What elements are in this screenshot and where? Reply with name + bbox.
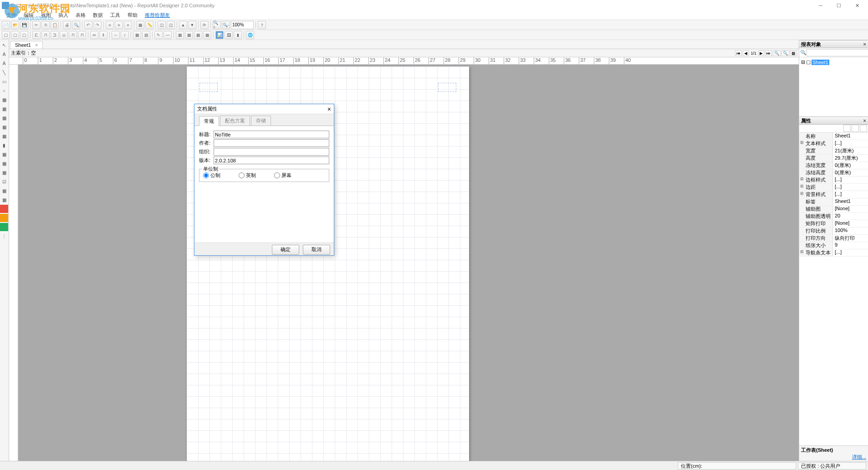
tb2-dist-v[interactable]: ⇕ [99,31,107,39]
tb2-align-m[interactable]: ⊓ [69,31,77,39]
tb2-layout-3[interactable]: ▦ [194,31,202,39]
tool-checkbox-icon[interactable]: ☑ [0,177,8,186]
tool-image-icon[interactable]: ▦ [0,96,8,104]
sheet-tab-close-icon[interactable]: × [35,42,38,48]
tool-rect-icon[interactable]: ▭ [0,77,8,86]
tool-label-icon[interactable]: A [0,59,8,67]
tb2-layout-1[interactable]: ▦ [176,31,184,39]
prop-row[interactable]: 纸张大小9 [799,242,868,249]
tool-color-green[interactable] [0,223,8,231]
detail-link[interactable]: 详细... [852,454,866,460]
tree-search-input[interactable] [807,49,868,56]
input-author[interactable] [214,139,329,147]
canvas[interactable] [18,65,799,461]
prop-value[interactable]: 29.7(厘米) [833,155,868,162]
tb-preview-icon[interactable]: 🔍 [72,21,80,29]
tb-print-icon[interactable]: 🖨 [63,21,71,29]
prop-value[interactable]: 9 [833,242,868,249]
prop-row[interactable]: 辅助图[None] [799,206,868,213]
prop-row[interactable]: 背景样式[...] [799,191,868,198]
tab-palette[interactable]: 配色方案 [220,116,250,126]
prop-value[interactable]: [...] [833,140,868,147]
menu-help[interactable]: 帮助 [128,12,138,19]
menu-data[interactable]: 数据 [93,12,103,19]
tb-align-right-icon[interactable]: ≡ [124,21,132,29]
tool-free-icon[interactable]: ▦ [0,168,8,177]
tb2-btn-1[interactable]: ▢ [2,31,10,39]
nav-fit-icon[interactable]: ▦ [790,51,797,56]
prop-value[interactable]: [...] [833,177,868,183]
prop-row[interactable]: 宽度21(厘米) [799,147,868,155]
tb2-align-l[interactable]: ⊏ [32,31,41,39]
tb-paste-icon[interactable]: 📋 [51,21,59,29]
tool-ole-icon[interactable]: ▦ [0,187,8,195]
objects-close-icon[interactable]: × [863,41,866,47]
tool-subreport-icon[interactable]: ▦ [0,132,8,140]
tool-ellipse-icon[interactable]: ○ [0,86,8,95]
tool-richtext-icon[interactable]: ▦ [0,196,8,204]
tb2-chart-icon[interactable]: 📊 [215,31,224,39]
tb2-web-icon[interactable]: 🌐 [246,31,254,39]
tab-save[interactable]: 存储 [251,116,271,126]
menu-view[interactable]: 视图 [41,12,51,19]
tb2-btn-3[interactable]: ▢ [20,31,28,39]
prop-value[interactable]: 100% [833,227,868,234]
tool-grid-icon[interactable]: ▦ [0,114,8,122]
input-version[interactable] [214,157,329,164]
tb2-size-h[interactable]: ↕ [121,31,129,39]
tb2-line-icon[interactable]: ― [163,31,172,39]
tool-more-icon[interactable]: ⋮ [0,232,8,240]
ok-button[interactable]: 确定 [272,245,299,255]
prop-value[interactable]: [...] [833,191,868,198]
menu-table[interactable]: 表格 [76,12,86,19]
prop-row[interactable]: 边框样式[...] [799,177,868,184]
prop-row[interactable]: 文本样式[...] [799,140,868,147]
prop-value[interactable]: [None] [833,220,868,227]
tb2-layout-2[interactable]: ▦ [185,31,193,39]
tb2-pencil-icon[interactable]: ✎ [154,31,163,39]
props-page-icon[interactable] [860,125,867,132]
tb2-layout-4[interactable]: ▦ [203,31,211,39]
tool-color-red[interactable] [0,205,8,213]
tree-collapse-icon[interactable]: ⊟ [801,59,805,65]
prop-value[interactable]: Sheet1 [833,133,868,140]
prop-row[interactable]: 冻结宽度0(厘米) [799,162,868,169]
tb2-btn-2[interactable]: ▢ [11,31,19,39]
tb-refresh-icon[interactable]: ⟳ [200,21,209,29]
nav-first-icon[interactable]: ⏮ [735,51,742,56]
tb-ungroup-icon[interactable]: ◫ [167,21,175,29]
tb-ruler-icon[interactable]: 📏 [145,21,153,29]
prop-row[interactable]: 导航条文本[...] [799,249,868,257]
tb-cut-icon[interactable]: ✂ [32,21,41,29]
prop-value[interactable]: 0(厘米) [833,162,868,169]
tb-group-icon[interactable]: ◫ [158,21,166,29]
tb-redo-icon[interactable]: ↷ [93,21,102,29]
tab-general[interactable]: 常规 [199,116,219,126]
tb-zoomout-icon[interactable]: 🔍- [222,21,230,29]
prop-value[interactable]: 21(厘米) [833,147,868,154]
tb-grid-icon[interactable]: ▦ [136,21,144,29]
props-close-icon[interactable]: × [863,118,866,123]
nav-zoomout-icon[interactable]: 🔍 [781,51,789,56]
tool-barcode-icon[interactable]: ▮ [0,141,8,149]
tb-back-icon[interactable]: ▼ [188,21,196,29]
input-org[interactable] [214,148,329,156]
tool-cross-icon[interactable]: ▦ [0,159,8,167]
tb-help-icon[interactable]: ? [258,21,266,29]
input-title[interactable] [214,131,329,138]
menu-insert[interactable]: 插入 [58,12,68,19]
prop-row[interactable]: 冻结高度0(厘米) [799,169,868,177]
tb2-border[interactable]: ▦ [133,31,141,39]
tool-line-icon[interactable]: ╲ [0,68,8,76]
tb-undo-icon[interactable]: ↶ [84,21,92,29]
maximize-button[interactable]: ☐ [830,0,848,11]
tb-copy-icon[interactable]: ⎘ [41,21,50,29]
tb2-barcode-icon[interactable]: ▮ [234,31,242,39]
tree-node-root[interactable]: ⊟ ▢ Sheet1 [801,59,866,65]
tb-new-icon[interactable]: 📄 [2,21,10,29]
menu-edit[interactable]: 编辑 [24,12,34,19]
tb-open-icon[interactable]: 📂 [11,21,19,29]
prop-row[interactable]: 打印比例100% [799,227,868,235]
prop-value[interactable]: [None] [833,206,868,212]
menu-tool[interactable]: 工具 [110,12,120,19]
